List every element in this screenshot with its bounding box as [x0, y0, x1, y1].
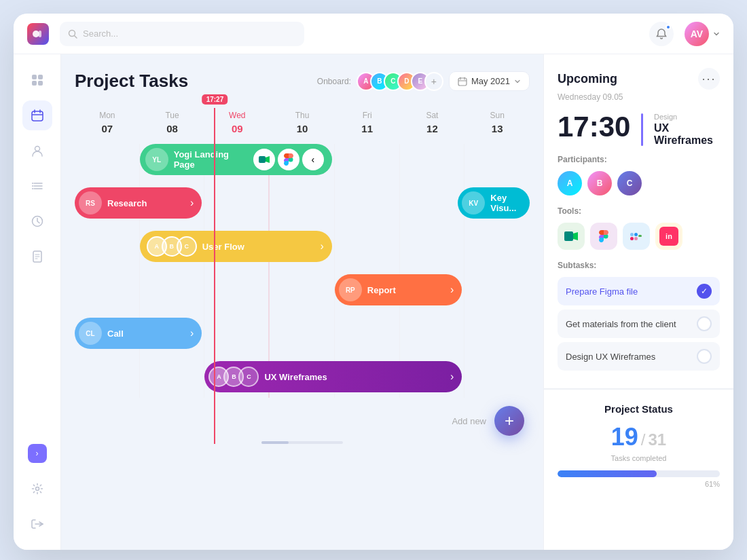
add-task-button[interactable]: + — [494, 406, 524, 436]
day-name-mon: Mon — [75, 108, 140, 123]
tool-figma[interactable] — [590, 223, 617, 250]
task-avatar-report: RP — [339, 278, 362, 301]
sidebar-item-calendar[interactable] — [22, 100, 52, 130]
tool-slack[interactable] — [623, 223, 650, 250]
svg-point-17 — [32, 185, 33, 187]
date-picker[interactable]: May 2021 — [449, 71, 530, 91]
sidebar-item-person[interactable] — [22, 136, 52, 166]
progress-bar-fill — [558, 470, 657, 477]
task-avatar-research: RS — [79, 191, 102, 214]
subtask-2-check — [697, 316, 712, 331]
svg-rect-38 — [630, 233, 634, 236]
subtask-3[interactable]: Design UX Wireframes — [558, 342, 720, 371]
day-name-fri: Fri — [335, 108, 400, 123]
tool-invision[interactable]: in — [655, 223, 682, 250]
notification-button[interactable] — [649, 22, 674, 46]
task-avatar-ux-3: C — [238, 367, 259, 387]
task-bar-call[interactable]: CL Call › — [75, 318, 202, 349]
svg-rect-7 — [38, 81, 43, 86]
tool-meet[interactable] — [558, 223, 585, 250]
time-value: 17:30 — [558, 113, 630, 141]
task-bar-research[interactable]: RS Research › — [75, 187, 202, 219]
svg-point-18 — [32, 188, 33, 189]
time-badge: 17:27 — [202, 94, 228, 105]
avatar: AV — [685, 22, 709, 46]
upcoming-header: Upcoming ··· — [558, 68, 720, 90]
task-row-3: A B C User Flow › — [75, 231, 530, 267]
svg-marker-34 — [573, 232, 578, 240]
big-time: 17:30 — [558, 113, 630, 141]
add-new-row: Add new + — [75, 406, 530, 436]
status-label: Tasks completed — [558, 454, 720, 462]
page-title: Project Tasks — [75, 71, 188, 92]
task-row-1: YL Yogi Landing Page ‹ — [75, 144, 530, 181]
sidebar-expand-button[interactable]: › — [28, 444, 47, 463]
scroll-track — [261, 441, 343, 444]
date-picker-label: May 2021 — [471, 76, 510, 86]
subtask-1[interactable]: Prepare Figma file ✓ — [558, 277, 720, 305]
participant-2: B — [587, 171, 612, 195]
onboard-label: Onboard: — [317, 77, 351, 86]
svg-line-3 — [75, 35, 77, 38]
app-logo — [27, 23, 49, 45]
task-label-research: Research — [107, 198, 185, 208]
sidebar-item-logout[interactable] — [22, 509, 52, 539]
task-bar-keyvisual[interactable]: KV Key Visu... — [458, 187, 530, 219]
bell-icon — [655, 28, 668, 40]
main-layout: › Project Tasks — [14, 54, 733, 550]
invision-logo: in — [659, 227, 678, 246]
task-info: Design UX Wireframes — [654, 113, 720, 147]
sidebar-item-settings[interactable] — [22, 474, 52, 504]
task-row-6: A B C UX Wireframes › — [75, 361, 530, 398]
day-col-4: Fri 11 — [335, 108, 400, 134]
task-arrow-research: › — [190, 197, 194, 209]
onboard-add-button[interactable]: + — [424, 72, 443, 91]
search-placeholder: Search... — [83, 29, 118, 39]
upcoming-title: Upcoming — [558, 72, 617, 86]
status-numbers: 19 / 31 — [558, 423, 720, 451]
task-row-4: RP Report › — [75, 274, 530, 311]
calendar-header: Project Tasks Onboard: A B C D E + — [75, 71, 530, 92]
svg-rect-26 — [458, 78, 467, 86]
subtask-3-label: Design UX Wireframes — [566, 352, 655, 362]
svg-marker-31 — [266, 156, 270, 163]
day-num-tue: 08 — [140, 123, 205, 134]
more-button[interactable]: ··· — [698, 68, 720, 90]
subtask-2[interactable]: Get materials from the client — [558, 310, 720, 338]
subtasks-label: Subtasks: — [558, 261, 720, 270]
sidebar: › — [14, 54, 61, 550]
sidebar-item-clock[interactable] — [22, 206, 52, 236]
task-avatar-keyvisual: KV — [462, 191, 485, 214]
sidebar-item-list[interactable] — [22, 171, 52, 201]
task-bar-userflow[interactable]: A B C User Flow › — [140, 231, 332, 262]
svg-point-24 — [35, 487, 39, 491]
task-name: UX Wireframes — [654, 122, 720, 147]
task-arrow-call: › — [190, 327, 194, 339]
svg-rect-4 — [32, 75, 37, 79]
svg-rect-1 — [39, 31, 41, 37]
task-icons: ‹ — [253, 149, 324, 170]
project-status: Project Status 19 / 31 Tasks completed 6… — [544, 389, 733, 502]
task-bar-yogi[interactable]: YL Yogi Landing Page ‹ — [140, 144, 332, 175]
task-avatar-call: CL — [79, 322, 102, 345]
subtask-1-check: ✓ — [697, 284, 712, 299]
task-bar-report[interactable]: RP Report › — [335, 274, 462, 305]
sidebar-item-grid[interactable] — [22, 65, 52, 95]
day-num-thu: 10 — [270, 123, 335, 134]
participant-3: C — [617, 171, 642, 195]
subtask-2-label: Get materials from the client — [566, 319, 676, 329]
day-name-thu: Thu — [270, 108, 335, 123]
task-avatar: YL — [145, 148, 168, 171]
task-icon-meet — [253, 149, 275, 170]
search-bar[interactable]: Search... — [60, 22, 304, 46]
user-avatar-button[interactable]: AV — [685, 22, 720, 46]
task-row-2: RS Research › KV Key Visu... — [75, 187, 530, 224]
task-bar-uxwireframes[interactable]: A B C UX Wireframes › — [204, 361, 462, 392]
svg-rect-8 — [32, 111, 43, 121]
task-arrow-ux: › — [450, 371, 454, 383]
day-num-sun: 13 — [464, 123, 530, 134]
task-arrow-userflow: › — [321, 240, 324, 253]
calendar-panel: Project Tasks Onboard: A B C D E + — [61, 54, 543, 550]
sidebar-item-doc[interactable] — [22, 242, 52, 272]
task-label-call: Call — [107, 329, 185, 339]
